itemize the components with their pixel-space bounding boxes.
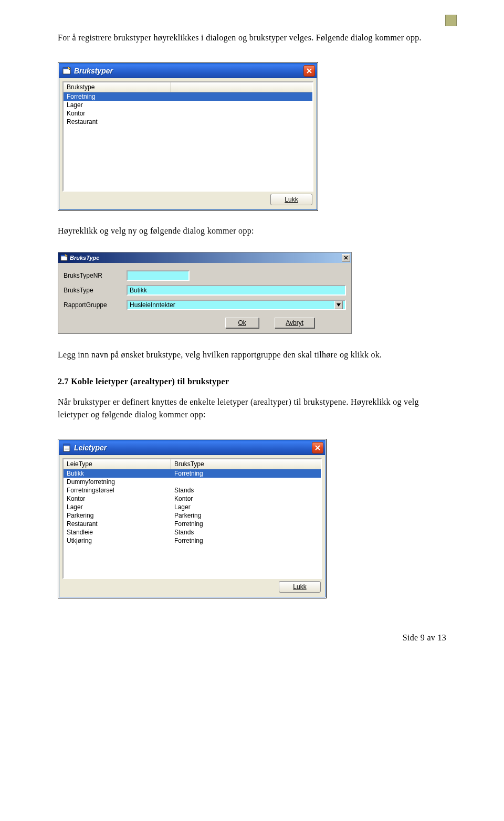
ok-button[interactable]: Ok [225, 318, 259, 328]
list-item[interactable]: Lager [64, 101, 312, 109]
avbryt-button-label: Avbryt [286, 319, 303, 327]
table-row[interactable]: ButikkForretning [64, 469, 321, 478]
brukstype-body: BruksTypeNR BruksType Butikk RapportGrup… [58, 263, 351, 333]
brukstyper-body: Brukstype ForretningLagerKontorRestauran… [59, 78, 317, 209]
select-rapportgruppe[interactable]: HusleieInntekter [127, 300, 346, 310]
list-item-label: Forretning [64, 92, 171, 101]
cell-brukstype: Forretning [171, 536, 321, 545]
window-icon [62, 444, 71, 452]
close-icon[interactable] [342, 254, 350, 262]
brukstyper-list[interactable]: Brukstype ForretningLagerKontorRestauran… [62, 81, 313, 192]
label-brukstype: BruksType [64, 287, 127, 294]
table-row[interactable]: Dummyforretning [64, 478, 321, 486]
intro-paragraph-4: Når brukstyper er definert knyttes de en… [58, 396, 446, 421]
column-header-brukstype[interactable]: BruksType [171, 459, 321, 469]
cell-leietype: Butikk [64, 469, 171, 478]
row-brukstypenr: BruksTypeNR [64, 270, 346, 281]
cell-brukstype: Stands [171, 528, 321, 536]
row-rapportgruppe: RapportGruppe HusleieInntekter [64, 300, 346, 310]
input-brukstypenr[interactable] [127, 270, 190, 281]
page-footer: Side 9 av 13 [58, 633, 446, 643]
leietyper-title: Leietyper [74, 444, 312, 452]
close-icon[interactable] [303, 65, 315, 77]
cell-brukstype: Parkering [171, 511, 321, 520]
list-item[interactable]: Forretning [64, 92, 312, 101]
list-item-spacer [171, 92, 312, 101]
leietyper-dialog: Leietyper LeieType BruksType ButikkForre… [59, 440, 326, 597]
table-row[interactable]: StandleieStands [64, 528, 321, 536]
section-heading: 2.7 Koble leietyper (arealtyper) til bru… [58, 377, 446, 386]
cell-leietype: Forretningsførsel [64, 486, 171, 494]
select-rapportgruppe-value: HusleieInntekter [130, 301, 175, 309]
svg-rect-5 [64, 444, 70, 446]
column-header-spacer [171, 82, 312, 92]
leietyper-list[interactable]: LeieType BruksType ButikkForretningDummy… [62, 458, 322, 579]
chevron-down-icon[interactable] [334, 301, 343, 309]
cell-leietype: Lager [64, 503, 171, 511]
window-icon [60, 254, 68, 261]
brukstype-buttons: Ok Avbryt [64, 314, 346, 330]
list-item-spacer [171, 101, 312, 109]
svg-rect-8 [65, 449, 69, 449]
brukstype-title: BruksType [70, 255, 342, 261]
cell-leietype: Restaurant [64, 520, 171, 528]
table-row[interactable]: UtkjøringForretning [64, 536, 321, 545]
cell-brukstype [171, 478, 321, 486]
close-icon[interactable] [312, 442, 323, 454]
avbryt-button[interactable]: Avbryt [275, 318, 314, 328]
column-header-row: LeieType BruksType [64, 459, 321, 469]
column-header-leietype[interactable]: LeieType [64, 459, 171, 469]
cell-brukstype: Forretning [171, 469, 321, 478]
lukk-button-label: Lukk [293, 583, 306, 591]
list-item[interactable]: Kontor [64, 109, 312, 118]
svg-rect-7 [65, 448, 69, 448]
cell-leietype: Standleie [64, 528, 171, 536]
table-row[interactable]: ForretningsførselStands [64, 486, 321, 494]
svg-rect-6 [65, 447, 69, 447]
cell-leietype: Utkjøring [64, 536, 171, 545]
brukstyper-title: Brukstyper [74, 67, 303, 75]
cell-brukstype: Stands [171, 486, 321, 494]
leietyper-body: LeieType BruksType ButikkForretningDummy… [59, 455, 325, 597]
intro-paragraph-3: Legg inn navn på ønsket brukstype, velg … [58, 349, 446, 361]
label-brukstypenr: BruksTypeNR [64, 272, 127, 279]
brukstype-dialog: BruksType BruksTypeNR BruksType Butikk R… [58, 252, 352, 334]
lukk-button[interactable]: Lukk [270, 194, 312, 205]
list-item[interactable]: Restaurant [64, 118, 312, 126]
cell-brukstype: Forretning [171, 520, 321, 528]
list-item-label: Restaurant [64, 118, 171, 126]
brukstyper-titlebar: Brukstyper [59, 64, 317, 78]
cell-leietype: Kontor [64, 494, 171, 503]
brukstype-titlebar: BruksType [58, 252, 351, 263]
leietyper-dialog-frame: Leietyper LeieType BruksType ButikkForre… [58, 439, 327, 598]
column-header-brukstype[interactable]: Brukstype [64, 82, 171, 92]
input-brukstype[interactable]: Butikk [127, 285, 346, 296]
list-item-label: Kontor [64, 109, 171, 118]
list-item-spacer [171, 109, 312, 118]
intro-paragraph-1: For å registrere brukstyper høyreklikkes… [58, 31, 446, 44]
lukk-button-label: Lukk [285, 196, 298, 203]
table-row[interactable]: LagerLager [64, 503, 321, 511]
leietyper-titlebar: Leietyper [59, 440, 325, 455]
label-rapportgruppe: RapportGruppe [64, 301, 127, 309]
lukk-button[interactable]: Lukk [279, 581, 321, 593]
table-row[interactable]: ParkeringParkering [64, 511, 321, 520]
intro-paragraph-2: Høyreklikk og velg ny og følgende dialog… [58, 225, 446, 237]
table-row[interactable]: RestaurantForretning [64, 520, 321, 528]
cell-brukstype: Lager [171, 503, 321, 511]
column-header-row: Brukstype [64, 82, 312, 92]
brukstyper-dialog: Brukstyper Brukstype ForretningLagerKont… [59, 63, 317, 210]
window-icon [62, 67, 71, 75]
page-marker [445, 15, 457, 26]
cell-leietype: Parkering [64, 511, 171, 520]
leietyper-footer: Lukk [62, 579, 322, 594]
list-item-label: Lager [64, 101, 171, 109]
cell-brukstype: Kontor [171, 494, 321, 503]
brukstyper-dialog-frame: Brukstyper Brukstype ForretningLagerKont… [58, 62, 318, 211]
cell-leietype: Dummyforretning [64, 478, 171, 486]
ok-button-label: Ok [238, 319, 246, 327]
row-brukstype: BruksType Butikk [64, 285, 346, 296]
brukstyper-footer: Lukk [62, 192, 313, 206]
list-item-spacer [171, 118, 312, 126]
table-row[interactable]: KontorKontor [64, 494, 321, 503]
